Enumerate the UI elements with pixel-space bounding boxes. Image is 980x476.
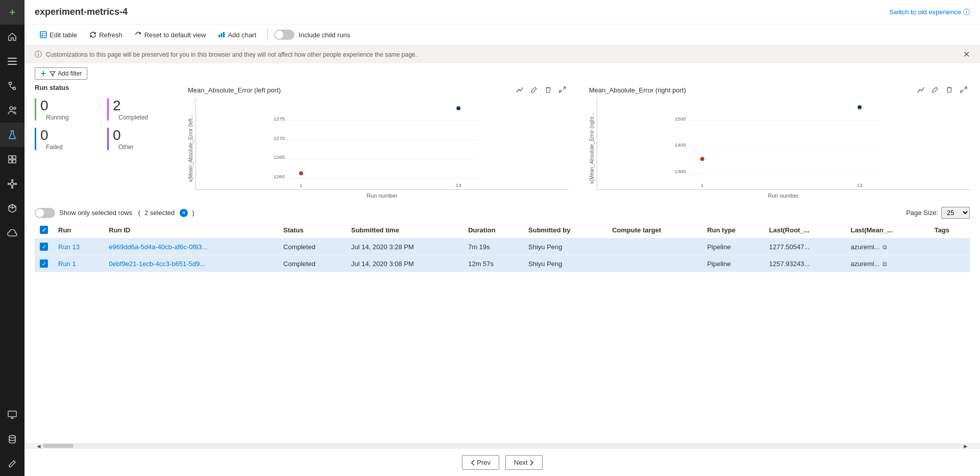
chart-left-line-icon[interactable]: [513, 84, 526, 96]
chart-left-edit-button[interactable]: [528, 84, 540, 96]
status-running: 0 Running: [35, 98, 95, 121]
completed-label: Completed: [118, 114, 148, 121]
svg-text:1265: 1265: [274, 154, 285, 160]
node-icon[interactable]: [0, 172, 24, 196]
status-grid: 0 Running 2 Completed: [35, 98, 167, 151]
reset-view-button[interactable]: Reset to default view: [130, 29, 211, 41]
failed-count: 0: [40, 127, 63, 144]
filter-funnel-icon: [50, 71, 56, 76]
row2-copy-icon[interactable]: ⧉: [883, 260, 887, 268]
selected-count: (: [136, 209, 140, 217]
select-all-header[interactable]: ✓: [35, 222, 53, 239]
run-1-id-link[interactable]: 0ebf9e21-1ecb-4cc3-b651-5d9...: [109, 260, 205, 268]
page-size-select[interactable]: 25 50 100: [941, 207, 970, 219]
next-button[interactable]: Next: [505, 455, 543, 470]
run-13-id-link[interactable]: e969dd6a-5d4a-40cb-af6c-0f83...: [109, 243, 207, 251]
home-icon[interactable]: [0, 25, 24, 49]
svg-point-11: [11, 182, 14, 185]
add-filter-button[interactable]: Add filter: [35, 67, 87, 80]
chart-left-ylabel: x(Mean_Absolute_Error (left...: [188, 98, 193, 199]
row2-submitted-by: Shiyu Peng: [523, 255, 607, 272]
row2-checkbox[interactable]: ✓: [40, 259, 48, 268]
row1-tags: [929, 239, 970, 255]
grid-icon[interactable]: [0, 147, 24, 172]
info-bar-close-button[interactable]: ✕: [963, 50, 970, 59]
toolbar: Edit table Refresh Reset to default view: [24, 25, 980, 45]
status-completed: 2 Completed: [107, 98, 167, 121]
chart-right-delete-button[interactable]: [943, 84, 955, 96]
col-run-id: Run ID: [104, 222, 278, 239]
chart-left-delete-button[interactable]: [542, 84, 554, 96]
svg-rect-27: [221, 33, 223, 37]
edit-table-button[interactable]: Edit table: [35, 29, 82, 41]
row2-compute-target: [607, 255, 702, 272]
chart-right-line-icon[interactable]: [915, 84, 927, 96]
col-compute-target: Compute target: [607, 222, 702, 239]
svg-text:1260: 1260: [274, 174, 285, 179]
other-bar: [107, 128, 109, 150]
chart-left-point-13: [456, 106, 460, 110]
refresh-button[interactable]: Refresh: [84, 29, 128, 41]
chart-right-point-1: [700, 157, 704, 161]
switch-old-experience[interactable]: Switch to old experience ⓘ: [889, 8, 970, 17]
info-bar: ⓘ Customizations to this page will be pr…: [24, 45, 980, 63]
chart-left-expand-button[interactable]: [556, 84, 569, 96]
monitor-icon[interactable]: [0, 402, 24, 427]
flask-icon[interactable]: [0, 123, 24, 147]
table-row: ✓ Run 1 0ebf9e21-1ecb-4cc3-b651-5d9... C…: [35, 255, 970, 272]
row1-submitted-time: Jul 14, 2020 3:28 PM: [346, 239, 463, 255]
scroll-track[interactable]: [43, 444, 962, 448]
clear-selection-button[interactable]: ✕: [180, 209, 188, 217]
cloud-icon[interactable]: [0, 221, 24, 245]
include-child-runs-toggle-container: Include child runs: [274, 30, 350, 40]
add-chart-button[interactable]: Add chart: [213, 29, 261, 41]
svg-rect-10: [13, 160, 16, 163]
people-icon[interactable]: [0, 98, 24, 123]
col-submitted-time: Submitted time: [346, 222, 463, 239]
chart-left-svg: 1260 1265 1270 1275: [195, 98, 569, 190]
row2-checkbox-cell[interactable]: ✓: [35, 255, 53, 272]
sidebar: +: [0, 0, 24, 476]
edit-table-icon: [40, 31, 47, 38]
cube-icon[interactable]: [0, 196, 24, 221]
row1-run-type: Pipeline: [702, 239, 764, 255]
col-status: Status: [278, 222, 346, 239]
chart-right-expand-button[interactable]: [958, 84, 970, 96]
row2-duration: 12m 57s: [463, 255, 523, 272]
svg-point-6: [14, 107, 16, 109]
svg-rect-8: [13, 156, 16, 159]
edit-icon[interactable]: [0, 451, 24, 476]
database-icon[interactable]: [0, 427, 24, 451]
row2-submitted-time: Jul 14, 2020 3:08 PM: [346, 255, 463, 272]
plus-icon[interactable]: +: [0, 0, 24, 25]
svg-text:13: 13: [857, 182, 863, 188]
svg-text:1400: 1400: [675, 142, 687, 148]
select-all-checkbox[interactable]: ✓: [40, 226, 48, 234]
row1-checkbox-cell[interactable]: ✓: [35, 239, 53, 255]
row1-checkbox[interactable]: ✓: [40, 243, 48, 251]
prev-button[interactable]: Prev: [462, 455, 499, 470]
table-row: ✓ Run 13 e969dd6a-5d4a-40cb-af6c-0f83...…: [35, 239, 970, 255]
svg-point-13: [12, 187, 13, 188]
horizontal-scrollbar[interactable]: ◀ ▶: [24, 443, 980, 449]
pagination: Prev Next: [24, 449, 980, 476]
selected-count-value: 2 selected: [144, 209, 175, 217]
next-chevron-icon: [530, 460, 534, 466]
branch-icon[interactable]: [0, 74, 24, 98]
list-icon[interactable]: [0, 49, 24, 74]
include-child-runs-toggle[interactable]: [274, 30, 295, 40]
row2-run: Run 1: [53, 255, 104, 272]
svg-point-12: [12, 180, 13, 181]
svg-text:1270: 1270: [274, 135, 285, 141]
page-size-label: Page Size:: [906, 209, 938, 217]
scroll-thumb[interactable]: [43, 444, 74, 448]
run-13-link[interactable]: Run 13: [58, 243, 80, 251]
row1-copy-icon[interactable]: ⧉: [883, 244, 887, 251]
selected-rows-toggle[interactable]: [35, 208, 55, 218]
row2-last-mean: azureml... ⧉: [845, 255, 929, 272]
running-bar: [35, 98, 36, 121]
chart-right-edit-button[interactable]: [929, 84, 941, 96]
chart-right-point-13: [857, 105, 862, 109]
other-count: 0: [113, 127, 134, 144]
run-1-link[interactable]: Run 1: [58, 260, 76, 268]
